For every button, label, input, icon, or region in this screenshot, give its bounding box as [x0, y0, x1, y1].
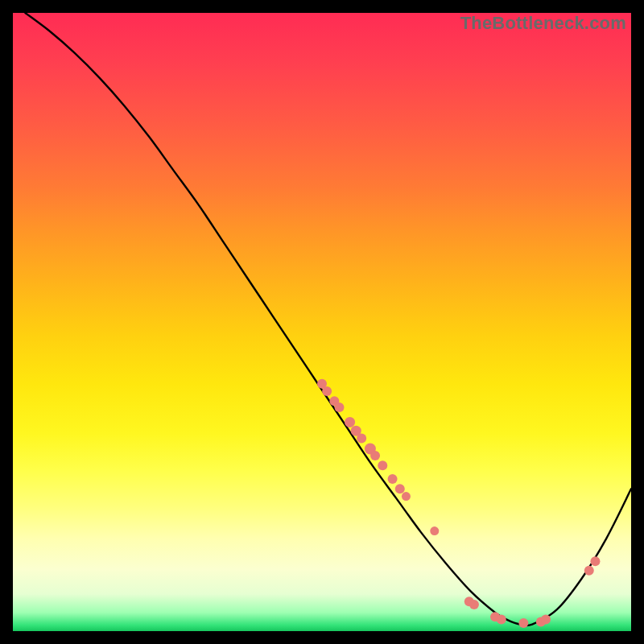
scatter-point [497, 614, 506, 624]
chart-svg [13, 13, 631, 631]
scatter-point [469, 600, 479, 609]
scatter-point [430, 526, 439, 535]
curve-line [25, 13, 631, 625]
scatter-point [388, 474, 398, 484]
chart-stage: TheBottleneck.com [0, 0, 644, 644]
scatter-point [335, 402, 345, 412]
chart-plot-area: TheBottleneck.com [13, 13, 631, 631]
watermark-text: TheBottleneck.com [460, 13, 626, 34]
scatter-point [395, 484, 405, 493]
scatter-point [402, 492, 411, 501]
scatter-point [541, 614, 551, 624]
scatter-point [345, 417, 355, 427]
scatter-point [322, 386, 332, 396]
scatter-point [518, 618, 528, 628]
scatter-point [370, 451, 380, 460]
scatter-point [378, 460, 387, 470]
scatter-point [584, 566, 594, 576]
scatter-point [357, 433, 366, 443]
scatter-points [317, 379, 600, 628]
scatter-point [590, 556, 600, 566]
